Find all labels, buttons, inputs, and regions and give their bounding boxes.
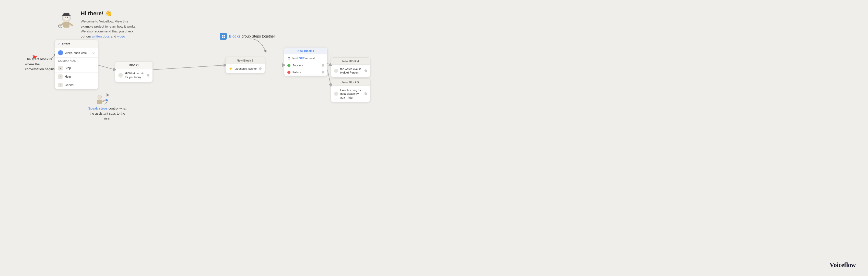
block1: Block1 Hi What can do for you today	[115, 61, 153, 82]
help-cmd-label: Help	[65, 75, 71, 79]
new-block-4-output: New Block 4 the water level is {value} P…	[331, 57, 370, 78]
api-text: Send GET request	[291, 57, 315, 60]
svg-line-10	[61, 27, 62, 28]
new-block-5: New Block 5 Error fetching the data plea…	[331, 79, 370, 102]
new-block-3: New Block 3 ⚡ ultrasonic_sesnor	[225, 57, 265, 73]
blocks-link[interactable]: Blocks	[229, 34, 241, 38]
speak-step: Hi What can do for you today	[115, 69, 153, 82]
welcome-title: Hi there! 👋	[81, 10, 137, 17]
svg-rect-11	[222, 35, 223, 36]
svg-point-4	[65, 17, 66, 18]
svg-rect-14	[223, 36, 225, 38]
svg-rect-3	[63, 13, 69, 16]
sensor-row: ⚡ ultrasonic_sesnor	[225, 64, 265, 73]
failure-output[interactable]	[321, 71, 324, 73]
speak-step-output[interactable]	[147, 74, 149, 76]
svg-rect-13	[222, 36, 223, 38]
block3-title: New Block 3	[225, 57, 265, 64]
api-row: ⬒ Send GET request	[284, 54, 327, 62]
home-icon: ⌂	[58, 42, 60, 46]
sensor-output[interactable]	[259, 67, 261, 70]
new-block-4-api: New Block 4 ⬒ Send GET request Success F…	[284, 47, 328, 76]
start-block-title: Start	[62, 42, 70, 46]
cancel-cmd-icon: ×	[58, 83, 63, 87]
error-text: Error fetching the data please try again…	[340, 88, 363, 99]
block-icon	[220, 33, 227, 40]
speak-step-icon	[118, 73, 123, 78]
block4-api-title: New Block 4	[284, 48, 327, 54]
welcome-illustration	[56, 10, 76, 31]
speak-steps-link[interactable]: Speak steps	[88, 106, 107, 110]
alexa-text: Alexa, open water level sens...	[65, 51, 90, 54]
sensor-icon: ⚡	[228, 67, 233, 70]
command-cancel[interactable]: × Cancel	[55, 81, 98, 89]
failure-indicator	[287, 71, 290, 74]
commands-section-label: Commands	[55, 58, 98, 64]
start-block: ⌂ Start Alexa, open water level sens... …	[55, 39, 98, 89]
start-block-header: ⌂ Start	[55, 40, 98, 48]
error-icon	[334, 92, 338, 96]
alexa-settings-icon[interactable]: ⚙	[92, 51, 95, 55]
speak-annotation: Speak steps control what the assistant s…	[87, 106, 128, 121]
block1-title: Block1	[115, 62, 153, 69]
water-output[interactable]	[365, 69, 367, 72]
svg-point-5	[67, 17, 68, 18]
command-stop[interactable]: ■ Stop	[55, 64, 98, 72]
water-text: the water level is {value} Percent	[340, 67, 363, 74]
speak-arrow	[100, 92, 115, 107]
success-indicator	[287, 64, 290, 67]
sensor-text: ultrasonic_sesnor	[235, 67, 257, 70]
cancel-cmd-label: Cancel	[65, 83, 74, 87]
svg-line-8	[69, 24, 72, 26]
svg-rect-12	[223, 35, 225, 36]
api-icon: ⬒	[287, 56, 290, 60]
welcome-card: Hi there! 👋 Welcome to Voiceflow. View t…	[56, 10, 137, 44]
success-label: Success	[292, 64, 319, 67]
error-output[interactable]	[365, 92, 367, 95]
success-output[interactable]	[321, 64, 324, 67]
block5-title: New Block 5	[331, 79, 370, 86]
error-row: Error fetching the data please try again…	[331, 86, 370, 102]
help-cmd-icon: ?	[58, 74, 63, 79]
annotation-arrow	[245, 36, 271, 57]
svg-rect-6	[63, 22, 69, 28]
failure-row: Failure	[284, 69, 327, 76]
stop-cmd-icon: ■	[58, 66, 63, 70]
command-help[interactable]: ? Help	[55, 72, 98, 81]
success-row: Success	[284, 62, 327, 69]
alexa-row: Alexa, open water level sens... ⚙	[55, 48, 98, 58]
voiceflow-logo: Voiceflow	[830, 261, 856, 269]
label-arrow	[26, 51, 56, 66]
stop-cmd-label: Stop	[65, 66, 71, 70]
water-row: the water level is {value} Percent	[331, 65, 370, 77]
alexa-circle	[58, 50, 63, 55]
speak-step-text: Hi What can do for you today	[125, 71, 145, 80]
welcome-text: Hi there! 👋 Welcome to Voiceflow. View t…	[81, 10, 137, 44]
failure-label: Failure	[292, 71, 319, 74]
water-icon	[334, 69, 338, 73]
block4-output-title: New Block 4	[331, 58, 370, 65]
written-docs-link[interactable]: written docs	[92, 34, 110, 38]
